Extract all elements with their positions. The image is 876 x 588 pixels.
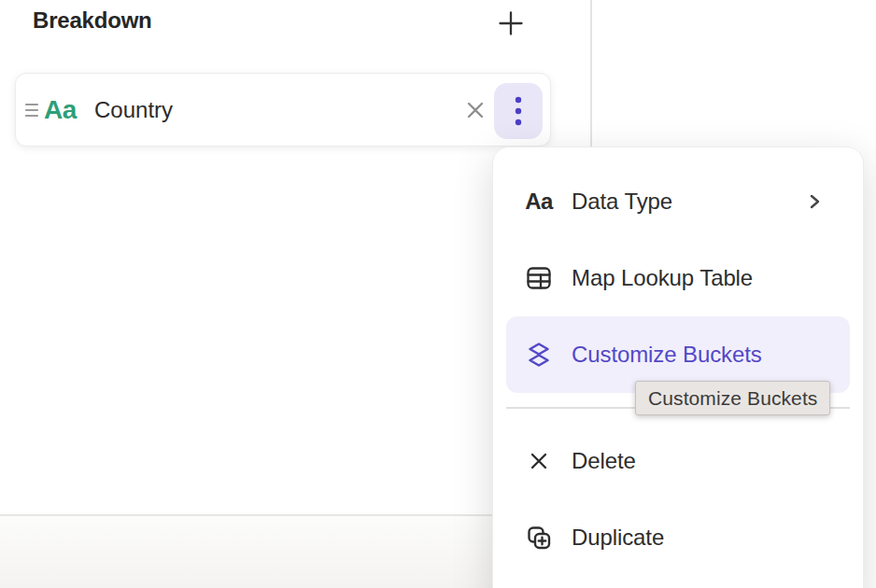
breakdown-panel-screen: Breakdown Aa Country	[0, 0, 876, 588]
field-more-options-button[interactable]	[494, 83, 543, 139]
field-type-badge: Aa	[44, 95, 77, 125]
field-label: Country	[94, 97, 173, 123]
text-type-icon: Aa	[523, 189, 555, 215]
menu-item-data-type[interactable]: Aa Data Type	[506, 163, 850, 240]
layers-icon	[523, 340, 555, 370]
menu-item-map-lookup-table[interactable]: Map Lookup Table	[506, 240, 850, 316]
menu-item-delete[interactable]: Delete	[506, 423, 850, 499]
table-icon	[523, 264, 555, 292]
kebab-vertical-icon	[514, 94, 523, 128]
x-icon	[463, 98, 487, 122]
field-context-menu: Aa Data Type Map Lookup Table	[492, 147, 864, 588]
menu-item-label: Delete	[572, 448, 833, 474]
x-icon	[523, 447, 555, 475]
add-breakdown-button[interactable]	[493, 6, 529, 41]
duplicate-icon	[523, 523, 555, 553]
menu-item-label: Duplicate	[572, 525, 833, 551]
remove-field-button[interactable]	[455, 90, 496, 131]
chevron-right-icon	[803, 190, 826, 213]
menu-item-label: Map Lookup Table	[572, 265, 833, 291]
menu-item-label: Customize Buckets	[572, 342, 833, 368]
panel-vertical-divider	[590, 0, 592, 147]
page-title: Breakdown	[33, 7, 152, 34]
menu-item-label: Data Type	[572, 189, 803, 215]
breakdown-field-card: Aa Country	[15, 73, 551, 147]
plus-icon	[497, 9, 525, 37]
menu-item-duplicate[interactable]: Duplicate	[506, 499, 850, 576]
tooltip: Customize Buckets	[635, 381, 830, 415]
drag-handle-icon[interactable]	[21, 96, 42, 124]
